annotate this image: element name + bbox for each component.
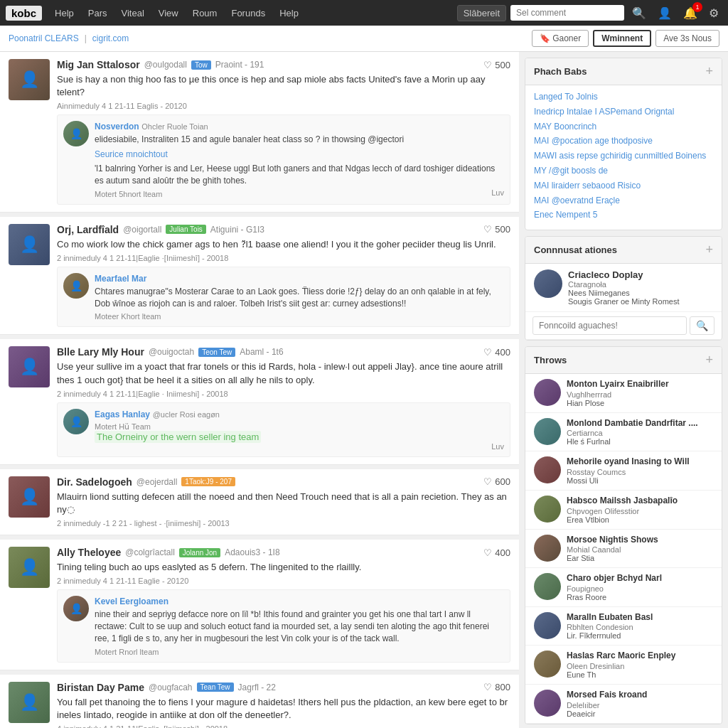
nav-item-help2[interactable]: Help xyxy=(274,5,304,21)
post-username[interactable]: Biristan Day Pame xyxy=(57,682,144,693)
phach-link-5[interactable]: MY /@git boosls de xyxy=(534,165,713,177)
nav-item-viteal[interactable]: Viteal xyxy=(116,5,150,21)
throw-name: Monton Lyairx Enaibriller xyxy=(567,379,713,390)
phach-link-3[interactable]: MAI @pocation age thodposive xyxy=(534,135,713,147)
site-logo[interactable]: kobc xyxy=(6,6,42,21)
throw-item[interactable]: Morsed Fais kroand Delelıiber Deaeicir xyxy=(525,685,722,724)
post-meta: Praoint - 191 xyxy=(215,60,264,70)
throw-avatar xyxy=(534,651,561,678)
nested-content: Mearfael Mar Chtares manugrae"s Mosterar… xyxy=(95,273,504,321)
post-avatar: 👤 xyxy=(9,224,50,265)
user-icon[interactable]: 👤 xyxy=(654,5,675,21)
throw-sub: Oleen Dresinlian xyxy=(567,662,713,670)
throw-name: Mehorile oyand Inasing to Will xyxy=(567,456,713,468)
throw-detail: Ear Stia xyxy=(567,554,713,562)
message-button[interactable]: Wminnent xyxy=(593,30,651,47)
throw-item[interactable]: Maralln Eubaten Basl Rbhlten Condesion L… xyxy=(525,607,722,646)
phach-link-1[interactable]: Inedricp Intalae I ASPemand Origntal xyxy=(534,106,713,118)
post-score: ♡ 500 xyxy=(483,60,510,70)
throw-item[interactable]: Morsoe Nightis Shows Mohial Caandal Ear … xyxy=(525,530,722,569)
top-navigation: kobc Help Pars Viteal View Roum Forunds … xyxy=(0,0,728,26)
throw-item[interactable]: Habsco Mailssh Jasbapalîo Chpvogen Olife… xyxy=(525,491,722,530)
nested-username[interactable]: Nosverdon xyxy=(95,122,139,132)
throw-info: Charo objer Bchyd Narl Foupigneo Rras Ro… xyxy=(567,573,713,601)
throw-item[interactable]: Mehorile oyand Inasing to Will Rosstay C… xyxy=(525,451,722,491)
conv-search-input[interactable] xyxy=(532,316,687,335)
nested-username[interactable]: Eagas Hanlay xyxy=(95,410,150,419)
post-username[interactable]: Ally Theloyee xyxy=(57,547,121,558)
nav-item-forunds[interactable]: Forunds xyxy=(225,5,271,21)
post-handle: @colgrîactall xyxy=(125,547,175,557)
nested-sub-footer: Motert Hu̎ Team xyxy=(95,422,504,432)
ave-button[interactable]: Ave 3s Nous xyxy=(655,30,719,47)
settings-icon[interactable]: ⚙ xyxy=(705,5,722,21)
conv-info: Criacleco Doplay Ctaragnoła Nees Niimega… xyxy=(568,269,713,306)
throws-add-btn[interactable]: + xyxy=(705,353,713,368)
post-header: Biristan Day Pame @ougfacah Tean Tew Jag… xyxy=(57,682,510,693)
heart-icon: ♡ xyxy=(483,682,492,692)
phach-link-2[interactable]: MAY Booncrinch xyxy=(534,121,713,133)
post-body-area: Biristan Day Pame @ougfacah Tean Tew Jag… xyxy=(57,682,510,728)
throw-avatar xyxy=(534,690,561,717)
post-text: Mlauirn liond sutting defecen atill the … xyxy=(57,491,510,516)
nav-search-area: Slâbereit 🔍 👤 🔔1 ⚙ xyxy=(457,5,722,21)
throw-sub: Delelıiber xyxy=(567,701,713,710)
throw-info: Monton Lyairx Enaibriller Vughlherrrad H… xyxy=(567,379,713,407)
throw-item[interactable]: Haslas Rarc Maoric Enpley Oleen Dresinli… xyxy=(525,646,722,685)
conv-search-btn[interactable]: 🔍 xyxy=(690,316,714,335)
phach-link-8[interactable]: Enec Nempent 5 xyxy=(534,209,713,221)
post-username[interactable]: Mig Jan Sttalosor xyxy=(57,59,140,70)
sidebar: Phach Babs + Langed To Jolnis Inedricp I… xyxy=(519,52,728,728)
nav-item-roum[interactable]: Roum xyxy=(187,5,223,21)
nested-username[interactable]: Mearfael Mar xyxy=(95,274,146,284)
throw-item[interactable]: Charo objer Bchyd Narl Foupigneo Rras Ro… xyxy=(525,568,722,607)
post-header: Ally Theloyee @colgrîactall Jolann Jon A… xyxy=(57,547,510,558)
throw-avatar xyxy=(534,612,561,639)
nested-footer: Motert Rnorl lteam xyxy=(95,648,504,656)
post-header: Blle Lary Mly Hour @ouigoctah Teon Tew A… xyxy=(57,346,510,358)
search-dropdown-btn[interactable]: Slâbereit xyxy=(457,5,506,21)
phach-link-0[interactable]: Langed To Jolnis xyxy=(534,91,713,103)
throw-sub: Mohial Caandal xyxy=(567,545,713,554)
throw-info: Maralln Eubaten Basl Rbhlten Condesion L… xyxy=(567,612,713,641)
conversation-item[interactable]: Criacleco Doplay Ctaragnoła Nees Niimega… xyxy=(525,264,722,312)
throw-item[interactable]: Monlond Dambatie Dandrfitar .... Certiar… xyxy=(525,413,722,452)
phach-link-6[interactable]: MAI liraiderr sebaood Risico xyxy=(534,180,713,192)
post-meta: Atiguini - G1I3 xyxy=(210,225,264,235)
follow-icon: 🔖 xyxy=(540,33,552,43)
phach-babs-add-btn[interactable]: + xyxy=(705,64,713,79)
post-item: 👤 Biristan Day Pame @ougfacah Tean Tew J… xyxy=(0,675,519,728)
phach-babs-title: Phach Babs xyxy=(534,66,587,77)
conversations-header: Connnusat ationes + xyxy=(525,237,722,264)
throw-info: Monlond Dambatie Dandrfitar .... Certiar… xyxy=(567,418,713,446)
nav-item-help1[interactable]: Help xyxy=(49,5,80,21)
post-header: Orj, Lardfîald @oigortall Julian Tois At… xyxy=(57,224,510,235)
post-avatar: 👤 xyxy=(9,346,50,387)
phach-link-7[interactable]: MAI @oevratnd Eraçle xyxy=(534,195,713,207)
profile-name-link[interactable]: Poonatril CLEARS xyxy=(9,33,79,43)
post-handle: @eojerdall xyxy=(136,477,178,487)
post-avatar: 👤 xyxy=(9,682,50,723)
throw-item[interactable]: Monton Lyairx Enaibriller Vughlherrrad H… xyxy=(525,374,722,413)
nav-item-view[interactable]: View xyxy=(153,5,184,21)
throw-name: Haslas Rarc Maoric Enpley xyxy=(567,651,713,662)
nested-username[interactable]: Kevel Eergloamen xyxy=(95,596,168,606)
post-body-area: Orj, Lardfîald @oigortall Julian Tois At… xyxy=(57,224,510,328)
throw-name: Monlond Dambatie Dandrfitar .... xyxy=(567,418,713,429)
nested-body: elidesiabile, Instraliten 15 and agule b… xyxy=(95,134,504,146)
throw-name: Charo objer Bchyd Narl xyxy=(567,573,713,584)
follow-button[interactable]: 🔖 Gaoner xyxy=(532,30,589,47)
throw-sub: Foupigneo xyxy=(567,584,713,593)
post-timestamp: 4 innimeduly 4 1 21-11|Eaglis ·[Iniimesh… xyxy=(57,724,510,728)
search-input[interactable] xyxy=(510,5,624,21)
post-username[interactable]: Blle Lary Mly Hour xyxy=(57,346,144,358)
phach-link-4[interactable]: MAWI asis repse gchiridig cunmiltled Boi… xyxy=(534,150,713,162)
notification-icon[interactable]: 🔔1 xyxy=(680,5,701,21)
conversations-add-btn[interactable]: + xyxy=(705,242,713,257)
search-icon[interactable]: 🔍 xyxy=(628,5,650,21)
post-username[interactable]: Dir. Sadelogoeh xyxy=(57,476,132,488)
nav-item-pars[interactable]: Pars xyxy=(82,5,113,21)
post-username[interactable]: Orj, Lardfîald xyxy=(57,224,119,235)
heart-icon: ♡ xyxy=(483,347,492,358)
profile-handle-link[interactable]: cigrit.com xyxy=(92,33,129,43)
